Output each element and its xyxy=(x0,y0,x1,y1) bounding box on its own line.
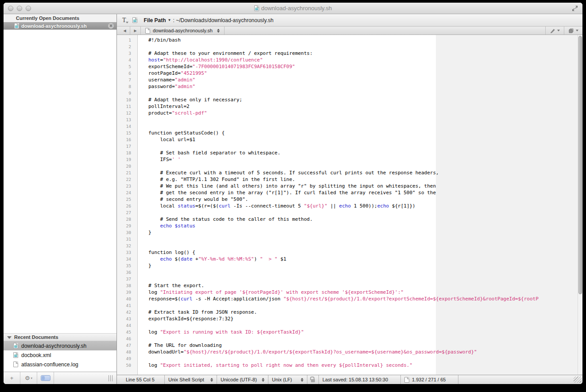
code-line: 12product="scroll-pdf" xyxy=(117,110,582,116)
code-text: log "Export is running with task ID: ${e… xyxy=(135,329,304,335)
counts-doc-icon xyxy=(404,377,409,383)
code-text: # e.g. "HTTP/1.1 302 Found" in the first… xyxy=(135,176,295,183)
text-tool-icon[interactable]: T xyxy=(122,17,128,24)
code-line: 50log "Export initiated, starting to pol… xyxy=(117,362,582,369)
code-text: exportTaskId=${response:7:32} xyxy=(135,315,233,322)
layers-icon xyxy=(568,28,574,34)
fullscreen-icon[interactable] xyxy=(572,5,578,12)
last-saved: Last saved: 15.08.13 13:50:30 xyxy=(319,375,401,384)
title-bar: download-asychronously.sh xyxy=(4,3,582,14)
code-text: downloadUrl="${host}/rest/${product}/1.0… xyxy=(135,349,477,355)
line-number: 2 xyxy=(117,43,135,50)
line-number: 34 xyxy=(117,256,135,262)
encoding-dropdown[interactable]: Unicode (UTF-8) xyxy=(217,375,268,384)
code-text: # Extract task ID from JSON response. xyxy=(135,309,257,315)
line-number: 32 xyxy=(117,242,135,249)
status-bar: Line 55 Col 5 Unix Shell Script Unicode … xyxy=(117,375,582,384)
line-number: 6 xyxy=(117,70,135,77)
scrollbar-thumb[interactable] xyxy=(578,36,582,294)
line-endings-stepper-icon xyxy=(301,378,303,382)
code-line: 38# Start the export. xyxy=(117,282,582,289)
code-line: 30} xyxy=(117,229,582,236)
code-text: IFS=' ' xyxy=(135,156,181,163)
line-number: 27 xyxy=(117,209,135,216)
close-document-icon[interactable]: ✕ xyxy=(108,23,114,29)
line-number: 37 xyxy=(117,276,135,282)
code-text xyxy=(135,90,148,96)
path-caret-icon[interactable]: ▼ xyxy=(168,18,171,22)
line-number: 29 xyxy=(117,223,135,229)
line-number: 18 xyxy=(117,150,135,156)
document-stepper-icon[interactable] xyxy=(217,29,220,33)
gear-caret-icon: ▾ xyxy=(31,377,33,380)
code-text xyxy=(135,242,148,249)
recent-documents-header[interactable]: Recent Documents xyxy=(4,333,116,341)
sidebar-toggle-button[interactable] xyxy=(37,372,54,384)
file-path-value: : ~/Downloads/download-asychronously.sh xyxy=(173,17,274,23)
code-text: # get the second entry in the array ("r[… xyxy=(135,189,436,196)
code-line: 42# Extract task ID from JSON response. xyxy=(117,309,582,315)
line-number: 22 xyxy=(117,176,135,183)
sidebar-resize-handle[interactable] xyxy=(109,375,114,381)
line-number: 1 xyxy=(117,37,135,43)
line-number: 26 xyxy=(117,203,135,209)
function-menu-button[interactable] xyxy=(545,27,564,35)
file-icon xyxy=(13,343,18,349)
file-icon xyxy=(13,352,18,358)
code-line: 34 echo $(date +"%Y-%m-%d %H:%M:%S") " >… xyxy=(117,256,582,262)
recent-document-item[interactable]: download-asychronously.sh xyxy=(4,341,116,350)
window-resize-grip[interactable] xyxy=(574,377,582,383)
recent-document-item[interactable]: atlassian-confluence.log xyxy=(4,360,116,369)
sidebar: Currently Open Documents download-asychr… xyxy=(4,14,117,384)
code-line: 21 # Execute curl with a timeout of 5 se… xyxy=(117,169,582,176)
code-text: product="scroll-pdf" xyxy=(135,110,207,116)
nav-back-button[interactable]: ◀ xyxy=(120,27,130,35)
code-line: 18 # Set bash field separator to whitesp… xyxy=(117,150,582,156)
open-document-item[interactable]: download-asychronously.sh ✕ xyxy=(4,22,116,30)
code-text: # Adapt these to your environment / expo… xyxy=(135,50,313,57)
code-line: 7username="admin" xyxy=(117,77,582,83)
filetype-dropdown[interactable]: Unix Shell Script xyxy=(165,375,217,384)
code-text xyxy=(135,143,148,150)
line-number: 38 xyxy=(117,282,135,289)
code-lines: 1#!/bin/bash23# Adapt these to your envi… xyxy=(117,35,582,375)
line-number: 11 xyxy=(117,103,135,110)
code-line: 29 echo $status xyxy=(117,223,582,229)
disclosure-triangle-icon[interactable] xyxy=(7,336,12,339)
sidebar-bottom-toolbar: + ⚙ ▾ xyxy=(4,372,116,384)
editor-textarea[interactable]: 1#!/bin/bash23# Adapt these to your envi… xyxy=(117,35,582,375)
line-number: 5 xyxy=(117,63,135,70)
line-number: 30 xyxy=(117,229,135,236)
code-line: 5exportSchemeId="-7F000001014071983FC9AF… xyxy=(117,63,582,70)
line-number: 8 xyxy=(117,83,135,90)
line-number: 35 xyxy=(117,262,135,269)
code-line: 48downloadUrl="${host}/rest/${product}/1… xyxy=(117,349,582,355)
line-number: 31 xyxy=(117,236,135,242)
line-number: 24 xyxy=(117,189,135,196)
code-text: password="admin" xyxy=(135,83,195,90)
line-endings-dropdown[interactable]: Unix (LF) xyxy=(268,375,307,384)
recent-document-item[interactable]: docbook.xml xyxy=(4,350,116,360)
add-document-button[interactable]: + xyxy=(4,372,20,384)
vertical-scrollbar[interactable] xyxy=(578,35,582,375)
action-menu-button[interactable]: ⚙ ▾ xyxy=(20,372,37,384)
code-line: 8password="admin" xyxy=(117,83,582,90)
code-line: 33function log() { xyxy=(117,249,582,256)
code-line: 43exportTaskId=${response:7:32} xyxy=(117,315,582,322)
recent-document-label: docbook.xml xyxy=(21,352,51,358)
file-proxy-icon[interactable] xyxy=(132,17,137,23)
code-line: 32 xyxy=(117,242,582,249)
code-text: local url=$1 xyxy=(135,136,195,143)
window-title-group: download-asychronously.sh xyxy=(4,5,582,12)
cursor-position: Line 55 Col 5 xyxy=(117,375,165,384)
code-text xyxy=(135,116,148,123)
code-line: 47# The URL for downloading xyxy=(117,342,582,349)
code-line: 6rootPageId="4521995" xyxy=(117,70,582,77)
split-view-button[interactable] xyxy=(564,27,582,35)
current-document-tab[interactable]: download-asychronously.sh xyxy=(141,27,225,35)
code-line: 14 xyxy=(117,123,582,130)
code-line: 36 xyxy=(117,269,582,276)
code-text: # We put this line (and all others) into… xyxy=(135,183,436,189)
code-text: # Execute curl with a timeout of 5 secon… xyxy=(135,169,439,176)
nav-forward-button[interactable]: ▶ xyxy=(130,27,141,35)
